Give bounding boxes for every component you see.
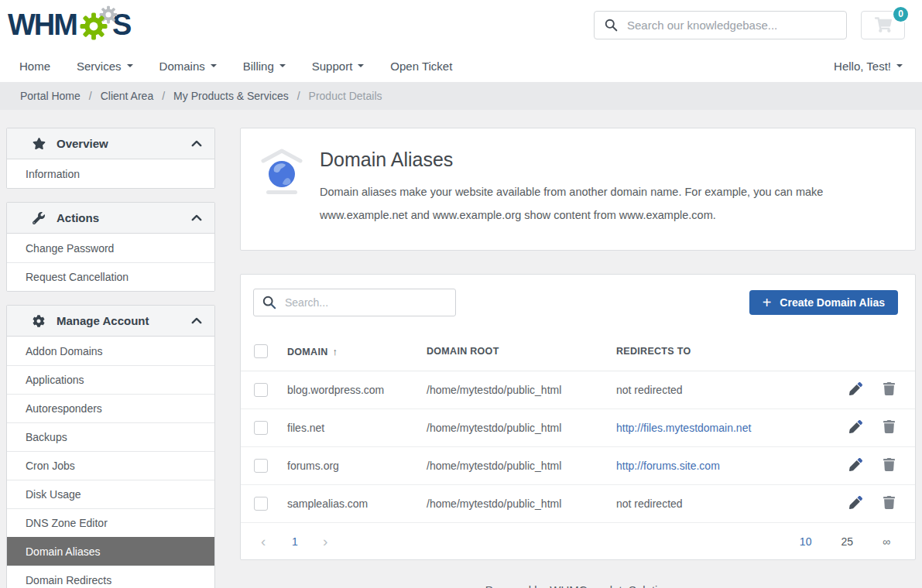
pencil-icon [849, 420, 862, 433]
powered-by-footer: Powered by WHMCompleteSolution [240, 583, 916, 588]
sidebar-item-backups[interactable]: Backups [7, 422, 214, 451]
delete-button[interactable] [883, 458, 895, 471]
whmcs-logo[interactable]: WHM [8, 6, 130, 43]
cell-domain: forums.org [279, 447, 419, 485]
delete-button[interactable] [883, 496, 895, 509]
page-size-25[interactable]: 25 [841, 535, 853, 548]
overview-panel-header[interactable]: Overview [7, 128, 214, 159]
nav-item-label: Services [77, 60, 122, 73]
domain-aliases-globe-icon [259, 145, 304, 195]
caret-down-icon [279, 64, 286, 67]
nav-item-support[interactable]: Support [312, 60, 365, 73]
panel-title: Manage Account [57, 314, 149, 327]
column-header-actions [830, 332, 915, 371]
sidebar-item-label: Cron Jobs [26, 460, 75, 472]
edit-button[interactable] [849, 458, 862, 471]
edit-button[interactable] [849, 420, 862, 433]
column-header-redirects-to[interactable]: REDIRECTS TO [608, 332, 830, 371]
sidebar-item-label: Domain Redirects [26, 574, 111, 586]
nav-item-services[interactable]: Services [77, 60, 133, 73]
row-checkbox[interactable] [254, 421, 268, 435]
pagination-page-1[interactable]: 1 [292, 535, 323, 548]
actions-panel-header[interactable]: Actions [7, 203, 214, 234]
row-checkbox[interactable] [254, 459, 268, 473]
sidebar-item-dns-zone-editor[interactable]: DNS Zone Editor [7, 508, 214, 537]
breadcrumb-separator: / [162, 90, 165, 102]
column-label: DOMAIN [287, 347, 328, 357]
page-size-10[interactable]: 10 [800, 535, 812, 548]
sidebar-item-label: Backups [26, 431, 67, 443]
sidebar-item-information[interactable]: Information [7, 159, 214, 188]
cell-domain-root: /home/mytestdo/public_html [419, 409, 608, 447]
cart-button[interactable]: 0 [861, 11, 905, 39]
column-header-domain-root[interactable]: DOMAIN ROOT [419, 332, 608, 371]
nav-item-home[interactable]: Home [19, 60, 50, 73]
sidebar-item-domain-aliases[interactable]: Domain Aliases [7, 537, 214, 566]
trash-icon [883, 420, 895, 433]
sidebar-item-autoresponders[interactable]: Autoresponders [7, 394, 214, 422]
sidebar-item-label: Domain Aliases [26, 545, 101, 558]
create-domain-alias-button[interactable]: + Create Domain Alias [749, 290, 898, 315]
manage-account-panel-header[interactable]: Manage Account [7, 306, 214, 337]
row-checkbox[interactable] [254, 497, 268, 511]
breadcrumb-my-products-services[interactable]: My Products & Services [173, 90, 289, 102]
top-header: WHM [0, 0, 922, 50]
sidebar-item-change-password[interactable]: Change Password [7, 234, 214, 262]
edit-button[interactable] [849, 382, 862, 395]
page-title: Domain Aliases [320, 149, 896, 171]
cell-redirects-to: http://forums.site.com [608, 447, 830, 485]
redirect-link[interactable]: http://files.mytestdomain.net [616, 422, 751, 434]
knowledgebase-search-input[interactable] [594, 11, 847, 39]
collapse-chevron-icon[interactable] [191, 214, 202, 221]
edit-button[interactable] [849, 496, 862, 509]
whmcs-client-area-page: WHM [0, 0, 922, 588]
sort-asc-icon: ↑ [333, 346, 338, 357]
nav-item-open-ticket[interactable]: Open Ticket [390, 60, 452, 73]
sidebar-item-applications[interactable]: Applications [7, 365, 214, 394]
cart-count-badge: 0 [892, 5, 910, 23]
sidebar-item-cron-jobs[interactable]: Cron Jobs [7, 451, 214, 480]
logo-gears [78, 6, 112, 43]
breadcrumb-portal-home[interactable]: Portal Home [20, 90, 81, 102]
user-menu[interactable]: Hello, Test! [834, 60, 903, 73]
select-all-checkbox[interactable] [254, 344, 268, 358]
pencil-icon [849, 382, 862, 395]
redirect-link[interactable]: http://forums.site.com [616, 460, 720, 472]
sidebar-item-addon-domains[interactable]: Addon Domains [7, 337, 214, 365]
sidebar-item-domain-redirects[interactable]: Domain Redirects [7, 566, 214, 588]
sidebar-item-label: DNS Zone Editor [26, 517, 108, 529]
nav-item-label: Support [312, 60, 353, 73]
column-header-domain[interactable]: DOMAIN↑ [279, 332, 419, 371]
page-header-text: Domain Aliases Domain aliases make your … [320, 144, 896, 227]
panel-title: Actions [57, 211, 99, 224]
page-size-all-icon[interactable]: ∞ [883, 535, 890, 548]
page-size-options: 10 25 ∞ [800, 535, 890, 548]
table-search-input[interactable] [253, 289, 456, 316]
manage-account-panel: Manage Account Addon Domains Application… [6, 305, 215, 588]
cell-domain-root: /home/mytestdo/public_html [419, 485, 608, 523]
sidebar-item-request-cancellation[interactable]: Request Cancellation [7, 262, 214, 291]
nav-item-label: Billing [243, 60, 274, 73]
pagination-bar: ‹ 1 › 10 25 ∞ [241, 523, 915, 559]
wrench-icon [30, 212, 47, 224]
panel-title: Overview [57, 137, 108, 150]
caret-down-icon [127, 64, 133, 67]
nav-item-billing[interactable]: Billing [243, 60, 286, 73]
pagination-prev-icon[interactable]: ‹ [261, 533, 292, 550]
column-label: DOMAIN ROOT [427, 346, 499, 357]
collapse-chevron-icon[interactable] [191, 140, 202, 147]
cell-domain: files.net [279, 409, 419, 447]
cell-domain: samplealias.com [279, 485, 419, 523]
collapse-chevron-icon[interactable] [191, 317, 202, 324]
sidebar-item-disk-usage[interactable]: Disk Usage [7, 480, 214, 508]
delete-button[interactable] [883, 382, 895, 395]
table-row: samplealias.com /home/mytestdo/public_ht… [241, 485, 915, 523]
cell-redirects-to: not redirected [608, 371, 830, 409]
breadcrumb-client-area[interactable]: Client Area [101, 90, 153, 102]
row-checkbox[interactable] [254, 383, 268, 397]
sidebar-item-label: Autoresponders [26, 402, 102, 415]
page-description: Domain aliases make your website availab… [320, 180, 896, 227]
pagination-next-icon[interactable]: › [323, 533, 354, 550]
delete-button[interactable] [883, 420, 895, 433]
nav-item-domains[interactable]: Domains [159, 60, 217, 73]
